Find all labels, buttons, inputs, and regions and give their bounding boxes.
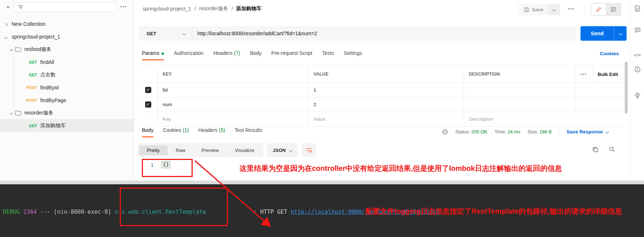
method-badge: GET: [24, 60, 37, 64]
bulk-edit-button[interactable]: Bulk Edit: [592, 66, 623, 83]
param-key-cell[interactable]: fid: [157, 83, 308, 97]
annotation-note-logging: 配置文件logging日志信息指定了RestTemplate的包路径,输出的请求…: [365, 206, 622, 216]
column-header-key: KEY: [157, 66, 308, 83]
format-preview[interactable]: Preview: [193, 145, 227, 155]
copy-icon[interactable]: [592, 146, 599, 153]
right-sidebar: </>: [630, 0, 644, 181]
sidebar-item-collection[interactable]: springcloud-project_1: [0, 30, 134, 43]
tab-tests[interactable]: Tests: [322, 50, 334, 60]
sidebar-request-clicks[interactable]: GET 点击数: [0, 68, 134, 81]
format-raw[interactable]: Raw: [168, 145, 193, 155]
time-badge[interactable]: Time: 24 ms: [495, 129, 520, 134]
chevron-right-icon: [4, 23, 8, 26]
param-value-cell[interactable]: 1: [308, 83, 464, 97]
tab-response-body[interactable]: Body: [142, 127, 153, 137]
params-more-icon[interactable]: •••: [581, 72, 587, 76]
params-header-row: KEY VALUE DESCRIPTION ••• Bulk Edit: [139, 65, 623, 83]
sidebar-item-new-collection[interactable]: New Collection: [0, 17, 134, 30]
tab-response-cookies[interactable]: Cookies (1): [163, 127, 189, 137]
breadcrumb-separator: /: [231, 6, 233, 12]
sidebar-request-findbyid[interactable]: POST findById: [0, 81, 134, 94]
chevron-down-icon: [182, 32, 186, 35]
wrap-lines-icon: [305, 147, 312, 153]
tab-body[interactable]: Body: [250, 50, 262, 60]
breadcrumb-request-name[interactable]: 添加购物车: [236, 5, 262, 12]
tab-test-results[interactable]: Test Results: [234, 127, 262, 137]
param-description-placeholder[interactable]: Description: [464, 112, 575, 126]
chevron-down-icon: [10, 111, 13, 115]
request-label: findAll: [40, 59, 54, 65]
tab-headers[interactable]: Headers (7): [213, 50, 240, 60]
param-description-cell[interactable]: [464, 97, 575, 112]
language-selector[interactable]: JSON: [267, 143, 298, 157]
sidebar-request-addcart-selected[interactable]: GET 添加购物车: [0, 119, 134, 132]
request-panel: springcloud-project_1 / resorder服务 / 添加购…: [134, 0, 630, 181]
request-more-icon[interactable]: •••: [568, 7, 575, 11]
send-button[interactable]: Send: [581, 26, 614, 41]
tab-params[interactable]: Params: [142, 50, 164, 60]
method-selector[interactable]: GET: [139, 26, 192, 41]
request-tabs: Params Authorization Headers (7) Body Pr…: [142, 50, 362, 60]
column-header-value: VALUE: [308, 66, 464, 83]
code-snippet-icon[interactable]: </>: [633, 51, 641, 59]
size-badge[interactable]: Size: 166 B: [528, 129, 552, 134]
cookies-link[interactable]: Cookies: [600, 51, 619, 56]
param-key-cell[interactable]: num: [157, 97, 308, 112]
param-description-cell[interactable]: [464, 83, 575, 97]
url-input[interactable]: [192, 31, 576, 36]
tab-settings[interactable]: Settings: [344, 50, 362, 60]
tab-response-headers[interactable]: Headers (5): [198, 127, 225, 137]
param-checkbox[interactable]: ✓: [145, 87, 151, 93]
chevron-down-icon: [289, 148, 292, 152]
sidebar-filter-input[interactable]: [24, 5, 107, 10]
breadcrumb-collection[interactable]: springcloud-project_1: [143, 6, 191, 12]
tab-prerequest-script[interactable]: Pre-request Script: [271, 50, 312, 60]
save-floppy-icon: [524, 7, 529, 12]
edit-comment-toggle: [590, 3, 622, 16]
param-value-placeholder[interactable]: Value: [308, 112, 464, 126]
comment-mode-button[interactable]: [606, 4, 621, 15]
sidebar-folder-resorder[interactable]: resorder服务: [0, 107, 134, 119]
response-actions: [592, 146, 615, 153]
sidebar-request-findbypage[interactable]: POST findByPage: [0, 94, 134, 107]
filter-icon: [18, 5, 24, 10]
status-badge[interactable]: Status: 200 OK: [455, 129, 487, 134]
save-label: Save: [532, 7, 543, 12]
method-badge: GET: [24, 73, 37, 77]
param-value-cell[interactable]: 2: [308, 97, 464, 112]
method-value: GET: [147, 31, 156, 36]
save-dropdown-button[interactable]: [549, 4, 560, 15]
lightbulb-icon[interactable]: [633, 92, 641, 100]
edit-mode-button[interactable]: [591, 4, 606, 15]
sidebar-header: + •••: [0, 0, 134, 16]
documentation-icon[interactable]: [633, 4, 641, 12]
method-badge: POST: [24, 98, 37, 103]
sidebar-filter-box: [14, 2, 117, 12]
new-tab-plus-icon[interactable]: +: [4, 3, 12, 12]
format-visualize[interactable]: Visualize: [227, 145, 262, 155]
response-json-braces[interactable]: {}: [161, 161, 171, 168]
params-scrollbar[interactable]: [625, 62, 628, 113]
method-badge: POST: [24, 85, 37, 90]
param-row-empty: Key Value Description: [139, 112, 623, 126]
wrap-lines-button[interactable]: [302, 143, 316, 157]
chevron-down-icon: [4, 35, 8, 39]
param-checkbox[interactable]: ✓: [145, 101, 151, 108]
search-icon[interactable]: [609, 146, 615, 153]
param-key-placeholder[interactable]: Key: [157, 112, 308, 126]
sidebar-more-icon[interactable]: •••: [120, 4, 127, 9]
save-button[interactable]: Save: [519, 4, 549, 15]
folder-icon: [15, 110, 21, 116]
sidebar-request-findall[interactable]: GET findAll: [0, 56, 134, 68]
info-icon[interactable]: [633, 65, 641, 73]
sidebar-folder-resfood[interactable]: resfood服务: [0, 43, 134, 56]
param-row-fid: ✓ fid 1: [139, 83, 623, 97]
format-pretty[interactable]: Pretty: [139, 145, 168, 155]
app-window: + ••• New Collection springcloud-project…: [0, 0, 644, 237]
breadcrumb-separator: /: [194, 6, 196, 12]
send-dropdown-button[interactable]: [614, 26, 627, 41]
comments-icon[interactable]: [633, 26, 641, 34]
save-response-button[interactable]: Save Response: [567, 129, 608, 134]
breadcrumb-folder[interactable]: resorder服务: [199, 5, 228, 12]
tab-authorization[interactable]: Authorization: [174, 50, 204, 60]
